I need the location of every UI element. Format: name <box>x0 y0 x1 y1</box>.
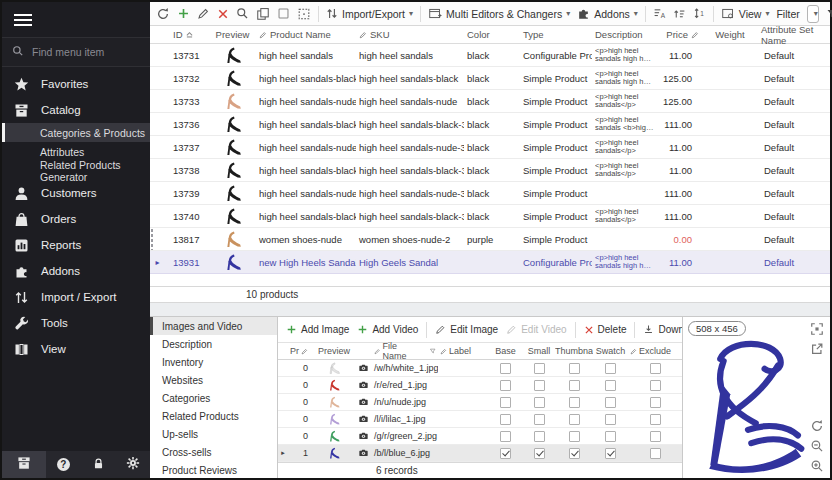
cell-position[interactable]: 0 <box>288 397 314 407</box>
row-expander[interactable]: ▸ <box>150 258 165 267</box>
cell-sku[interactable]: high heel sandals-black-38 <box>356 211 464 222</box>
tab-cross-sells[interactable]: Cross-sells <box>150 443 277 461</box>
thumbnail-checkbox[interactable] <box>569 431 580 442</box>
catalog-mode-button[interactable] <box>2 451 46 478</box>
thumbnail-checkbox[interactable] <box>569 380 580 391</box>
cell-price[interactable]: 111.00 <box>658 211 702 222</box>
product-row-13817[interactable]: 13817 women shoes-nudewomen shoes-nude-2… <box>150 228 830 251</box>
small-checkbox[interactable] <box>534 380 545 391</box>
category-filter-select[interactable]: Show products from selected categories ▾ <box>807 5 819 23</box>
sidebar-splitter[interactable] <box>150 228 154 250</box>
filters-button[interactable]: Filters▾ <box>826 8 832 20</box>
cell-file-name[interactable]: /w/h/white_1.jpg <box>372 363 438 373</box>
image-row-w-h-white-1-jpg[interactable]: 0 /w/h/white_1.jpg <box>278 360 682 377</box>
tab-up-sells[interactable]: Up-sells <box>150 425 277 443</box>
swatch-checkbox[interactable] <box>605 380 616 391</box>
base-checkbox[interactable] <box>500 431 511 442</box>
swatch-checkbox[interactable] <box>605 448 616 459</box>
cell-product-name[interactable]: women shoes-nude <box>256 234 356 245</box>
column-header-price[interactable]: Price <box>658 29 702 40</box>
open-in-new-icon[interactable] <box>810 342 825 357</box>
small-checkbox[interactable] <box>534 363 545 374</box>
column-header-preview[interactable]: Preview <box>209 29 256 40</box>
cell-product-name[interactable]: high heel sandals-black <box>256 73 356 84</box>
cell-price[interactable]: 11.00 <box>658 257 702 268</box>
cell-product-name[interactable]: high heel sandals-nude-36 <box>256 142 356 153</box>
paste-special-button[interactable] <box>297 7 311 21</box>
cell-sku[interactable]: high heel sandals <box>356 50 464 61</box>
swatch-checkbox[interactable] <box>605 414 616 425</box>
cell-product-name[interactable]: high heel sandals-black-37 <box>256 165 356 176</box>
product-row-13931[interactable]: ▸13931 new High Heels SandalsHigh Geels … <box>150 251 830 274</box>
select-mode-button[interactable] <box>277 7 290 20</box>
lock-button[interactable] <box>81 456 116 474</box>
menu-search-input[interactable] <box>32 46 132 58</box>
add-image-button[interactable]: Add Image <box>286 324 349 335</box>
column-header-label[interactable]: Label <box>438 346 488 356</box>
sidebar-item-tools[interactable]: Tools <box>2 310 150 336</box>
swatch-checkbox[interactable] <box>605 431 616 442</box>
base-checkbox[interactable] <box>500 363 511 374</box>
image-row-r-e-red-1-jpg[interactable]: 0 /r/e/red_1.jpg <box>278 377 682 394</box>
cell-sku[interactable]: high heel sandals-nude <box>356 96 464 107</box>
cell-price[interactable]: 11.00 <box>658 50 702 61</box>
column-header-image-preview[interactable]: Preview <box>314 346 354 356</box>
cell-product-name[interactable]: high heel sandals <box>256 50 356 61</box>
multi-editors-button[interactable]: Multi Editors & Changers▾ <box>428 7 570 20</box>
thumbnail-checkbox[interactable] <box>569 414 580 425</box>
autosize-columns-icon[interactable] <box>673 7 686 20</box>
menu-toggle-icon[interactable] <box>2 2 150 37</box>
column-header-weight[interactable]: Weight <box>702 29 758 40</box>
cell-sku[interactable]: high heel sandals-nude-36 <box>356 142 464 153</box>
image-row-n-u-nude-jpg[interactable]: 0 /n/u/nude.jpg <box>278 394 682 411</box>
edit-product-button[interactable] <box>197 7 210 20</box>
sidebar-item-related-products-generator[interactable]: Related Products Generator <box>2 161 150 180</box>
sidebar-item-favorites[interactable]: Favorites <box>2 71 150 97</box>
column-header-sku[interactable]: SKU <box>356 29 464 40</box>
image-row-l-i-lilac-1-jpg[interactable]: 0 /l/i/lilac_1.jpg <box>278 411 682 428</box>
exclude-checkbox[interactable] <box>650 431 661 442</box>
exclude-checkbox[interactable] <box>650 448 661 459</box>
tab-inventory[interactable]: Inventory <box>150 353 277 371</box>
base-checkbox[interactable] <box>500 380 511 391</box>
column-header-exclude[interactable]: Exclude <box>628 346 682 356</box>
exclude-checkbox[interactable] <box>650 380 661 391</box>
exclude-checkbox[interactable] <box>650 397 661 408</box>
search-products-button[interactable] <box>236 7 249 20</box>
cell-file-name[interactable]: /g/r/green_2.jpg <box>372 431 438 441</box>
cell-price[interactable]: 125.00 <box>658 96 702 107</box>
cell-file-name[interactable]: /r/e/red_1.jpg <box>372 380 438 390</box>
settings-button[interactable] <box>115 456 150 474</box>
product-row-13732[interactable]: 13732 high heel sandals-blackhigh heel s… <box>150 67 830 90</box>
column-header-product-name[interactable]: Product Name <box>256 29 356 40</box>
add-video-button[interactable]: Add Video <box>357 324 418 335</box>
cell-price[interactable]: 111.00 <box>658 119 702 130</box>
exclude-checkbox[interactable] <box>650 414 661 425</box>
thumbnail-checkbox[interactable] <box>569 448 580 459</box>
rotate-icon[interactable] <box>810 419 825 434</box>
column-header-base[interactable]: Base <box>488 346 523 356</box>
copy-button[interactable] <box>256 7 270 21</box>
sidebar-item-orders[interactable]: Orders <box>2 206 150 232</box>
column-header-color[interactable]: Color <box>464 29 520 40</box>
cell-position[interactable]: 0 <box>288 431 314 441</box>
refresh-button[interactable] <box>156 7 170 21</box>
cell-sku[interactable]: women shoes-nude-2 <box>356 234 464 245</box>
sidebar-item-categories-products[interactable]: Categories & Products <box>2 123 150 142</box>
cell-position[interactable]: 0 <box>288 380 314 390</box>
row-height-icon[interactable]: 1 <box>693 7 706 20</box>
sidebar-item-reports[interactable]: Reports <box>2 232 150 258</box>
swatch-checkbox[interactable] <box>605 397 616 408</box>
tab-categories[interactable]: Categories <box>150 389 277 407</box>
product-row-13738[interactable]: 13738 high heel sandals-black-37high hee… <box>150 159 830 182</box>
small-checkbox[interactable] <box>534 414 545 425</box>
tab-related-products[interactable]: Related Products <box>150 407 277 425</box>
image-row-g-r-green-2-jpg[interactable]: 0 /g/r/green_2.jpg <box>278 428 682 445</box>
product-row-13733[interactable]: 13733 high heel sandals-nudehigh heel sa… <box>150 90 830 113</box>
tab-description[interactable]: Description <box>150 335 277 353</box>
cell-price[interactable]: 11.00 <box>658 142 702 153</box>
thumbnail-checkbox[interactable] <box>569 363 580 374</box>
base-checkbox[interactable] <box>500 448 511 459</box>
row-expander[interactable]: ▸ <box>278 449 288 457</box>
sidebar-item-addons[interactable]: Addons <box>2 258 150 284</box>
